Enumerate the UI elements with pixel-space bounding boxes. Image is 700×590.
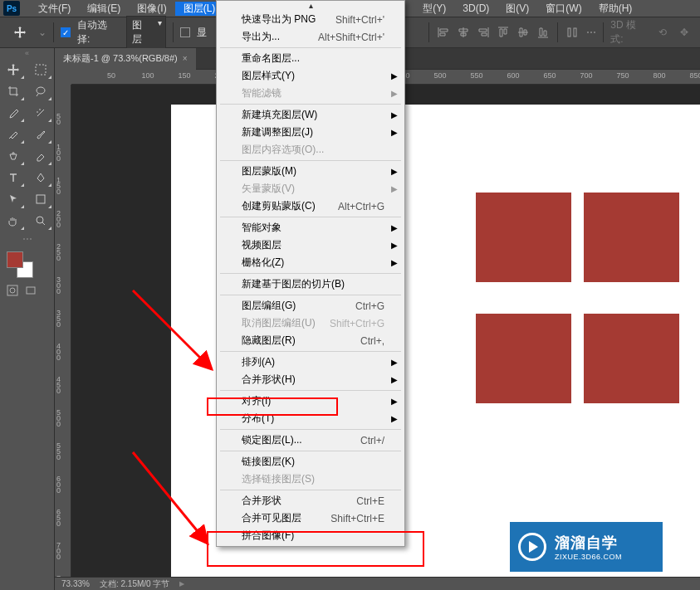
menu-item-label: 图层蒙版(M) xyxy=(242,164,296,178)
menu-item[interactable]: 隐藏图层(R)Ctrl+, xyxy=(217,332,404,349)
app-logo: Ps xyxy=(3,1,20,16)
align-bottom-icon[interactable] xyxy=(536,25,551,40)
crop-tool[interactable] xyxy=(2,81,25,101)
submenu-arrow-icon: ▶ xyxy=(391,358,398,367)
menu-item[interactable]: 合并形状Ctrl+E xyxy=(217,492,404,510)
marquee-tool[interactable] xyxy=(29,60,52,80)
svg-rect-0 xyxy=(568,28,570,37)
menu-item[interactable]: 快速导出为 PNGShift+Ctrl+' xyxy=(217,11,404,28)
menu-item[interactable]: 智能对象▶ xyxy=(217,219,404,236)
menu-item[interactable]: 对齐(I)▶ xyxy=(217,393,404,410)
align-hcenter-icon[interactable] xyxy=(456,25,471,40)
menu-item[interactable]: 导出为...Alt+Shift+Ctrl+' xyxy=(217,28,404,46)
options-more-icon[interactable]: ⋯ xyxy=(586,27,596,38)
menu-type[interactable]: 型(Y) xyxy=(414,2,454,16)
submenu-arrow-icon: ▶ xyxy=(391,71,398,80)
magic-wand-tool[interactable] xyxy=(29,103,52,123)
menu-item[interactable]: 分布(T)▶ xyxy=(217,410,404,427)
align-right-icon[interactable] xyxy=(476,25,491,40)
tab-title: 未标题-1 @ 73.3%(RGB/8#) xyxy=(63,52,178,65)
hand-tool[interactable] xyxy=(2,211,25,231)
distribute-icon[interactable] xyxy=(565,25,580,40)
align-vcenter-icon[interactable] xyxy=(516,25,531,40)
orbit-3d-icon[interactable]: ⟲ xyxy=(655,25,670,40)
menu-item-shortcut: Alt+Ctrl+G xyxy=(338,201,384,212)
brush-tool[interactable] xyxy=(29,124,52,144)
foreground-swatch[interactable] xyxy=(7,251,23,268)
tab-close-icon[interactable]: × xyxy=(183,54,188,63)
menu-item-shortcut: Ctrl+G xyxy=(355,300,384,312)
align-top-icon[interactable] xyxy=(496,25,511,40)
svg-point-6 xyxy=(10,288,15,293)
menu-item[interactable]: 合并形状(H)▶ xyxy=(217,371,404,388)
menu-item[interactable]: 图层编组(G)Ctrl+G xyxy=(217,297,404,315)
shape-rect[interactable] xyxy=(584,193,679,282)
healing-tool[interactable] xyxy=(2,124,25,144)
menu-item[interactable]: 合并可见图层Shift+Ctrl+E xyxy=(217,510,404,527)
show-transform-checkbox[interactable] xyxy=(180,27,190,37)
menu-item-shortcut: Ctrl+E xyxy=(356,495,384,507)
submenu-arrow-icon: ▶ xyxy=(391,110,398,119)
auto-select-dropdown[interactable]: 图层 xyxy=(126,16,166,49)
ruler-tick: 150 xyxy=(56,178,61,195)
ruler-tick: 700 xyxy=(56,543,61,560)
menu-separator xyxy=(220,351,401,352)
shape-rect[interactable] xyxy=(476,193,571,282)
align-left-icon[interactable] xyxy=(436,25,451,40)
menu-item[interactable]: 锁定图层(L)...Ctrl+/ xyxy=(217,432,404,449)
clone-tool[interactable] xyxy=(2,146,25,166)
shape-rect[interactable] xyxy=(476,314,571,403)
move-tool[interactable] xyxy=(2,60,25,80)
pan-3d-icon[interactable]: ✥ xyxy=(677,25,692,40)
menu-item-label: 图层编组(G) xyxy=(242,299,296,313)
svg-rect-2 xyxy=(36,65,46,75)
menu-separator xyxy=(220,160,401,161)
menu-help[interactable]: 帮助(H) xyxy=(590,2,641,16)
menu-item[interactable]: 新建调整图层(J)▶ xyxy=(217,124,404,141)
menu-item[interactable]: 重命名图层... xyxy=(217,50,404,67)
document-tab[interactable]: 未标题-1 @ 73.3%(RGB/8#) × xyxy=(55,48,196,70)
submenu-arrow-icon: ▶ xyxy=(391,89,398,98)
type-tool[interactable] xyxy=(2,168,25,188)
menu-item[interactable]: 新建基于图层的切片(B) xyxy=(217,275,404,293)
menu-item[interactable]: 链接图层(K) xyxy=(217,453,404,471)
menu-item[interactable]: 图层样式(Y)▶ xyxy=(217,67,404,85)
pen-tool[interactable] xyxy=(29,168,52,188)
menu-item[interactable]: 图层蒙版(M)▶ xyxy=(217,163,404,180)
shape-tool[interactable] xyxy=(29,189,52,209)
lasso-tool[interactable] xyxy=(29,81,52,101)
menu-image[interactable]: 图像(I) xyxy=(129,2,174,16)
auto-select-checkbox[interactable]: ✓ xyxy=(61,27,71,37)
menu-file[interactable]: 文件(F) xyxy=(30,2,79,16)
menu-item-label: 隐藏图层(R) xyxy=(242,334,296,348)
menu-item[interactable]: 栅格化(Z)▶ xyxy=(217,254,404,271)
tools-panel: « ⋯ xyxy=(0,48,55,590)
menu-item-label: 拼合图像(F) xyxy=(242,529,294,543)
status-zoom[interactable]: 73.33% xyxy=(61,579,90,588)
menu-edit[interactable]: 编辑(E) xyxy=(79,2,129,16)
menu-view[interactable]: 图(V) xyxy=(497,2,537,16)
menu-item-label: 新建填充图层(W) xyxy=(242,108,317,122)
menu-item[interactable]: 排列(A)▶ xyxy=(217,354,404,371)
menu-separator xyxy=(220,451,401,451)
screenmode-icon[interactable] xyxy=(25,285,37,299)
menu-item-label: 排列(A) xyxy=(242,355,275,369)
path-select-tool[interactable] xyxy=(2,189,25,209)
ruler-tick: 50 xyxy=(56,114,61,125)
eraser-tool[interactable] xyxy=(29,146,52,166)
menu-item[interactable]: 拼合图像(F) xyxy=(217,527,404,544)
zoom-tool[interactable] xyxy=(29,211,52,231)
eyedropper-tool[interactable] xyxy=(2,103,25,123)
menu-item[interactable]: 新建填充图层(W)▶ xyxy=(217,106,404,124)
shape-rect[interactable] xyxy=(584,314,679,403)
menu-item[interactable]: 创建剪贴蒙版(C)Alt+Ctrl+G xyxy=(217,197,404,215)
color-swatches[interactable] xyxy=(0,246,54,280)
submenu-arrow-icon: ▶ xyxy=(391,241,398,250)
ruler-tick: 100 xyxy=(141,71,154,80)
quickmask-icon[interactable] xyxy=(7,285,18,299)
menu-window[interactable]: 窗口(W) xyxy=(537,2,590,16)
menu-item-label: 对齐(I) xyxy=(242,394,271,408)
menu-frag[interactable]: 3D(D) xyxy=(454,2,497,14)
menu-item[interactable]: 视频图层▶ xyxy=(217,236,404,254)
menu-scroll-up-icon[interactable]: ▴ xyxy=(217,1,404,11)
